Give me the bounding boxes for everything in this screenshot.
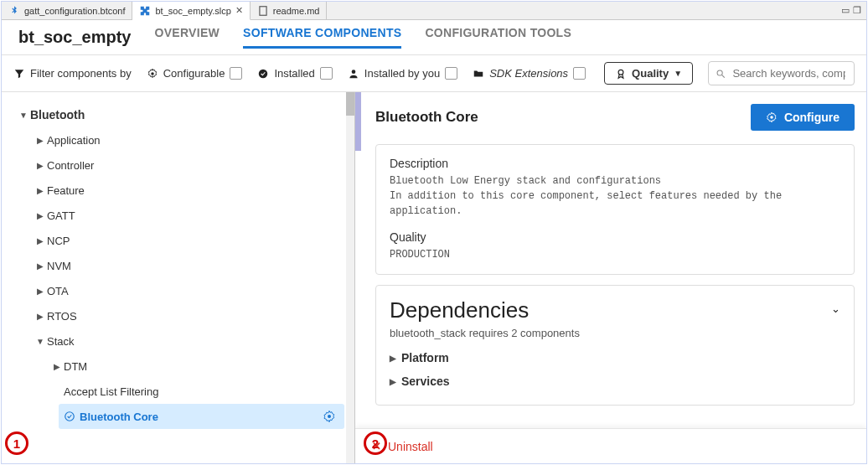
bluetooth-icon (8, 5, 20, 17)
checkbox[interactable] (573, 67, 586, 80)
description-card: Description Bluetooth Low Energy stack a… (375, 144, 855, 275)
close-icon[interactable]: ✕ (235, 5, 243, 16)
checkbox[interactable] (445, 67, 457, 80)
body: ▼ Bluetooth ▶Application ▶Controller ▶Fe… (2, 92, 866, 463)
file-tab-label: bt_soc_empty.slcp (155, 6, 230, 16)
caret-right-icon: ▶ (50, 362, 64, 371)
dependency-platform[interactable]: ▶ Platform (390, 346, 840, 369)
svg-point-2 (259, 69, 268, 78)
svg-line-6 (722, 75, 725, 77)
search-icon (716, 68, 726, 80)
file-tab-readme[interactable]: readme.md (251, 2, 328, 19)
file-tab-label: gatt_configuration.btconf (24, 6, 125, 16)
folder-icon (473, 68, 484, 80)
scroll-thumb[interactable] (346, 92, 354, 116)
tree-node-nvm[interactable]: ▶NVM (34, 253, 354, 278)
tree-node-ota[interactable]: ▶OTA (34, 278, 354, 303)
minimize-icon[interactable]: ▭ (841, 5, 848, 16)
svg-point-7 (65, 412, 75, 421)
caret-right-icon: ▶ (34, 312, 47, 321)
description-text-1: Bluetooth Low Energy stack and configura… (390, 173, 840, 189)
caret-right-icon: ▶ (34, 261, 47, 271)
caret-right-icon: ▶ (34, 211, 47, 220)
tree-node-rtos[interactable]: ▶RTOS (34, 303, 354, 328)
check-circle-icon (257, 68, 269, 80)
caret-right-icon: ▶ (390, 354, 396, 363)
tree-node-accept-list-filtering[interactable]: Accept List Filtering (50, 379, 354, 404)
uninstall-button[interactable]: ✕ Uninstall (372, 440, 433, 453)
restore-icon[interactable]: ❐ (853, 5, 861, 16)
detail-scroll-indicator[interactable] (355, 92, 361, 151)
configure-button[interactable]: Configure (751, 104, 855, 131)
quality-label: Quality (390, 230, 840, 244)
ribbon-icon (615, 68, 627, 80)
gear-icon[interactable] (323, 410, 344, 423)
checkbox[interactable] (230, 67, 242, 80)
main-tabs: OVERVIEW SOFTWARE COMPONENTS CONFIGURATI… (155, 26, 572, 49)
doc-icon (257, 5, 269, 17)
filter-sdk-extensions[interactable]: SDK Extensions (473, 67, 586, 80)
dependencies-title: Dependencies (390, 297, 840, 323)
svg-rect-0 (260, 6, 266, 15)
file-tabstrip: gatt_configuration.btconf bt_soc_empty.s… (2, 2, 866, 20)
caret-right-icon: ▶ (34, 136, 47, 145)
detail-pane: Bluetooth Core Configure Description Blu… (355, 92, 866, 463)
funnel-icon (13, 68, 25, 80)
tree-node-controller[interactable]: ▶Controller (34, 152, 354, 178)
tab-overview[interactable]: OVERVIEW (155, 26, 220, 49)
tab-window-controls: ▭ ❐ (836, 2, 866, 19)
header: bt_soc_empty OVERVIEW SOFTWARE COMPONENT… (2, 20, 866, 55)
svg-point-8 (328, 415, 331, 418)
svg-point-3 (351, 70, 355, 74)
caret-down-icon: ▼ (34, 337, 47, 346)
caret-right-icon: ▶ (34, 236, 47, 245)
tree-node-bluetooth-core[interactable]: Bluetooth Core (59, 404, 344, 429)
search-box[interactable] (708, 61, 855, 85)
filter-installed-by-you[interactable]: Installed by you (348, 67, 457, 80)
filter-configurable[interactable]: Configurable (147, 67, 243, 80)
tree-node-ncp[interactable]: ▶NCP (34, 228, 354, 253)
file-tab-label: readme.md (273, 6, 320, 16)
caret-right-icon: ▶ (34, 186, 47, 195)
project-title: bt_soc_empty (18, 28, 132, 47)
file-tab-gatt[interactable]: gatt_configuration.btconf (2, 2, 132, 19)
chevron-down-icon: ▼ (674, 69, 682, 78)
description-label: Description (390, 157, 840, 170)
dependencies-card: ⌄ Dependencies bluetooth_stack requires … (375, 285, 855, 406)
quality-dropdown[interactable]: Quality ▼ (604, 62, 693, 85)
chevron-down-icon[interactable]: ⌄ (831, 302, 840, 315)
x-icon: ✕ (372, 440, 381, 452)
tree-node-gatt[interactable]: ▶GATT (34, 203, 354, 228)
svg-point-9 (770, 116, 773, 119)
caret-right-icon: ▶ (34, 287, 47, 296)
user-icon (348, 68, 359, 80)
tab-software-components[interactable]: SOFTWARE COMPONENTS (243, 26, 401, 49)
search-input[interactable] (731, 66, 847, 80)
puzzle-icon (139, 5, 151, 17)
tab-configuration-tools[interactable]: CONFIGURATION TOOLS (425, 26, 571, 49)
detail-header: Bluetooth Core Configure (375, 104, 855, 131)
tree-node-bluetooth[interactable]: ▼ Bluetooth (17, 102, 354, 127)
sidebar-scrollbar[interactable] (346, 92, 354, 463)
component-tree: ▼ Bluetooth ▶Application ▶Controller ▶Fe… (2, 92, 355, 463)
tree-node-application[interactable]: ▶Application (34, 127, 354, 152)
tree-node-stack[interactable]: ▼Stack (34, 328, 354, 354)
description-text-2: In addition to this core component, sele… (390, 189, 840, 219)
tree-node-dtm[interactable]: ▶DTM (50, 354, 354, 379)
filter-bar: Filter components by Configurable Instal… (2, 55, 866, 92)
caret-right-icon: ▶ (34, 161, 47, 170)
tree-node-feature[interactable]: ▶Feature (34, 178, 354, 203)
svg-point-1 (151, 72, 154, 75)
gear-icon (147, 68, 158, 80)
dependency-services[interactable]: ▶ Services (390, 369, 840, 393)
filter-label: Filter components by (13, 67, 132, 80)
detail-title: Bluetooth Core (375, 109, 741, 126)
caret-right-icon: ▶ (390, 377, 396, 386)
gear-icon (766, 111, 778, 123)
svg-point-4 (618, 70, 623, 75)
dependencies-subtitle: bluetooth_stack requires 2 components (390, 327, 840, 339)
filter-installed[interactable]: Installed (257, 67, 332, 80)
file-tab-slcp[interactable]: bt_soc_empty.slcp ✕ (132, 2, 250, 20)
checkbox[interactable] (320, 67, 333, 80)
detail-footer: ✕ Uninstall (355, 428, 866, 463)
